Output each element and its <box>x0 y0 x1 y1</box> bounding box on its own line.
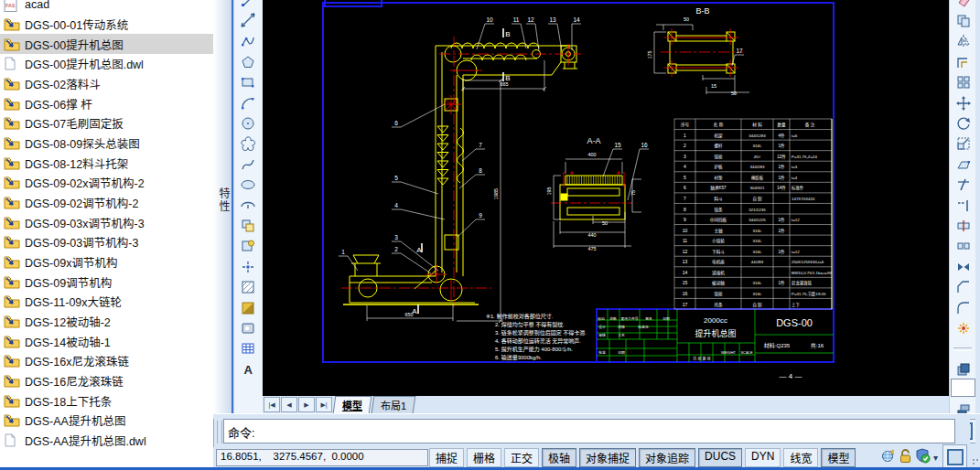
file-item[interactable]: DGS-09调节机构 <box>0 272 213 292</box>
file-item[interactable]: DGS-00提升机总图.dwl <box>0 54 213 74</box>
file-item[interactable]: DGS-00-01传动系统 <box>0 15 213 35</box>
erase-icon[interactable] <box>953 0 975 10</box>
file-item[interactable]: DGS-AA提升机总图.dwl <box>0 430 213 450</box>
construction-line-icon[interactable] <box>237 11 259 30</box>
break-at-point-icon[interactable] <box>953 216 975 235</box>
toggle-DYN[interactable]: DYN <box>745 448 781 467</box>
file-item[interactable]: DGS-09-03调节机构-3 <box>0 232 213 252</box>
revision-cloud-icon[interactable] <box>237 134 259 154</box>
gradient-icon[interactable] <box>237 298 259 317</box>
extend-icon[interactable] <box>953 196 975 215</box>
scale-icon[interactable] <box>953 134 975 154</box>
ellipse-arc-icon[interactable] <box>237 196 259 215</box>
svg-text:8: 8 <box>684 207 686 212</box>
file-item[interactable]: DGS-14被动轴-1 <box>0 331 213 351</box>
chamfer-icon[interactable] <box>953 278 975 297</box>
copy-icon[interactable] <box>953 11 975 30</box>
toggle-线宽[interactable]: 线宽 <box>783 448 818 467</box>
file-item[interactable]: DGS-AA提升机总图 <box>0 411 213 431</box>
order-front-icon[interactable] <box>953 359 975 379</box>
file-item[interactable]: DGS-06撑 杆 <box>0 93 213 113</box>
trim-icon[interactable] <box>953 176 975 195</box>
clean-screen-button[interactable] <box>942 444 967 469</box>
command-input[interactable]: 命令: <box>223 419 955 443</box>
file-item[interactable]: DGS-09-02调节机构-2 <box>0 193 213 213</box>
file-item[interactable]: DGS-09x调节机构 <box>0 251 213 272</box>
toggle-模型[interactable]: 模型 <box>821 448 856 467</box>
rectangle-icon[interactable] <box>237 73 259 92</box>
toggle-DUCS[interactable]: DUCS <box>698 448 742 467</box>
fillet-icon[interactable] <box>953 298 975 317</box>
offset-icon[interactable] <box>953 52 975 71</box>
prev-tab-button[interactable]: ◀ <box>281 397 297 412</box>
file-item[interactable]: DGS-18上下托条 <box>0 390 213 411</box>
join-icon[interactable] <box>953 257 975 276</box>
toggle-栅格[interactable]: 栅格 <box>467 448 501 467</box>
hatch-icon[interactable] <box>237 278 259 297</box>
file-item-selected[interactable]: DGS-00提升机总图 <box>0 34 213 54</box>
make-block-icon[interactable] <box>237 237 259 256</box>
svg-text:标准件: 标准件 <box>792 185 804 191</box>
arc-icon[interactable] <box>237 93 259 112</box>
svg-text:3: 3 <box>394 234 398 240</box>
file-item[interactable]: DGS-16尼龙滚珠链 <box>0 370 213 390</box>
move-icon[interactable] <box>953 93 975 112</box>
file-item[interactable]: DGS-16x尼龙滚珠链 <box>0 351 213 371</box>
multiline-text-icon[interactable]: A <box>237 359 259 379</box>
folder-icon <box>4 315 20 328</box>
svg-text:SCALE: SCALE <box>740 350 752 355</box>
toolbar-lock-icon[interactable] <box>899 448 912 467</box>
explode-icon[interactable] <box>953 318 975 337</box>
table-icon[interactable] <box>237 339 259 358</box>
svg-text:13: 13 <box>549 16 556 23</box>
next-tab-button[interactable]: ▶ <box>298 397 315 412</box>
svg-text:料斗: 料斗 <box>714 196 723 202</box>
point-icon[interactable] <box>237 257 259 276</box>
ellipse-icon[interactable] <box>237 176 259 195</box>
svg-text:标记: 标记 <box>598 316 605 321</box>
spline-icon[interactable] <box>237 155 259 174</box>
svg-text:P=31.75,Z=24: P=31.75,Z=24 <box>792 155 817 159</box>
folder-icon <box>4 97 20 111</box>
properties-palette-tab[interactable]: 特性 <box>216 187 232 213</box>
resize-grip[interactable] <box>970 456 979 465</box>
line-icon[interactable] <box>237 0 259 10</box>
first-tab-button[interactable]: |◀ <box>264 397 280 412</box>
insert-block-icon[interactable] <box>237 216 259 235</box>
trusted-dwg-icon[interactable] <box>915 448 931 467</box>
file-item[interactable]: DGS-02落料斗 <box>0 74 213 94</box>
file-item[interactable]: DGS-12被动轴-2 <box>0 311 213 331</box>
last-tab-button[interactable]: ▶| <box>316 397 332 412</box>
region-icon[interactable] <box>237 318 259 337</box>
toggle-对象捕捉[interactable]: 对象捕捉 <box>579 448 636 467</box>
polyline-icon[interactable] <box>237 32 259 51</box>
toggle-极轴[interactable]: 极轴 <box>542 448 576 467</box>
mirror-icon[interactable] <box>953 32 975 51</box>
toggle-正交[interactable]: 正交 <box>504 448 539 467</box>
properties-palette-collapsed[interactable]: 特性 <box>213 0 233 413</box>
file-item[interactable]: DGS-08-12料斗托架 <box>0 153 213 173</box>
tray-dropdown-icon[interactable]: ▾ <box>933 453 938 463</box>
toggle-捕捉[interactable]: 捕捉 <box>429 448 464 467</box>
folder-icon <box>4 294 20 308</box>
file-item[interactable]: DGS-09-03x调节机构-3 <box>0 212 213 232</box>
break-icon[interactable] <box>953 237 975 256</box>
drawing-canvas[interactable]: 序号名 称材 料数量备 注1机架344/12834件t=62螺杆316L1件3链… <box>263 0 949 396</box>
file-item[interactable]: DGS-09-02x调节机构-2 <box>0 173 213 193</box>
command-grip[interactable] <box>217 421 222 443</box>
svg-text:4: 4 <box>394 202 398 208</box>
file-item[interactable]: DGS-07毛刷固定扳 <box>0 113 213 134</box>
tab-模型[interactable]: 模型 <box>333 396 372 413</box>
polygon-icon[interactable] <box>237 52 259 71</box>
file-list-panel[interactable]: FASacadDGS-00-01传动系统DGS-00提升机总图DGS-00提升机… <box>0 0 214 467</box>
file-item[interactable]: DGS-08-09探头总装图 <box>0 134 213 154</box>
circle-icon[interactable] <box>237 113 259 133</box>
rotate-icon[interactable] <box>953 113 975 133</box>
array-icon[interactable] <box>953 73 975 92</box>
file-item[interactable]: DGS-11-09x大链轮 <box>0 292 213 312</box>
file-item[interactable]: FASacad <box>0 0 213 15</box>
communication-center-icon[interactable] <box>880 448 896 467</box>
tab-布局1[interactable]: 布局1 <box>372 396 416 413</box>
toggle-对象追踪[interactable]: 对象追踪 <box>639 448 695 467</box>
stretch-icon[interactable] <box>953 155 975 174</box>
